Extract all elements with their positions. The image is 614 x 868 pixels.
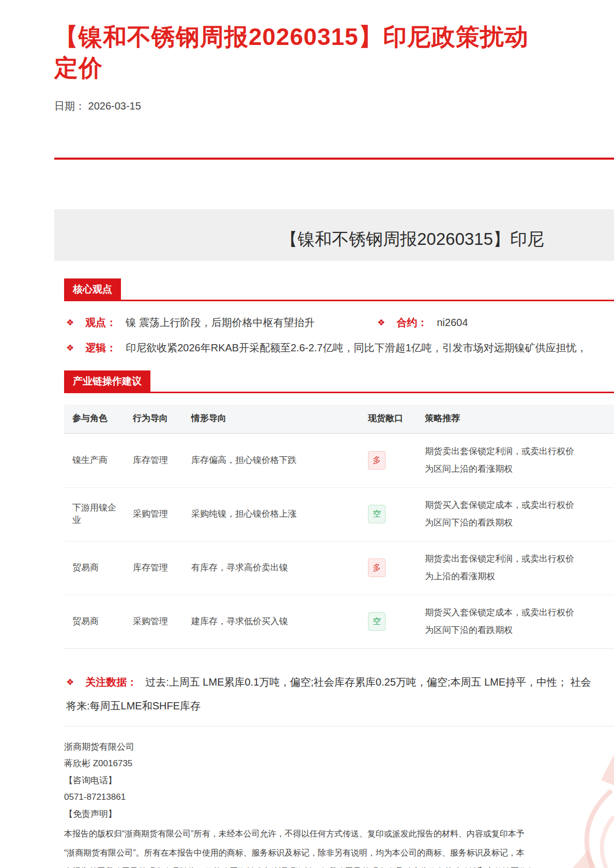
focus-data-line1: ❖ 关注数据： 过去:上周五 LME累库0.1万吨，偏空;社会库存累库0.25万… (66, 671, 614, 694)
focus-data-label: 关注数据： (85, 671, 137, 694)
viewpoint-text: 镍 震荡上行阶段，后期价格中枢有望抬升 (126, 316, 315, 330)
col-header-situation: 情形导向 (191, 412, 368, 425)
footer-info: 浙商期货有限公司 蒋欣彬 Z0016735 【咨询电话】 0571-872138… (64, 739, 614, 823)
report-banner: 【镍和不锈钢周报20260315】印尼 (54, 209, 614, 261)
phone-label: 【咨询电话】 (64, 772, 614, 789)
disclaimer-line: 本报告的版权归“浙商期货有限公司”所有，未经本公司允许，不得以任何方式传送、复印… (64, 825, 614, 844)
col-header-strategy: 策略推荐 (425, 412, 614, 425)
col-header-exposure: 现货敞口 (368, 412, 425, 425)
cell-behavior: 库存管理 (133, 562, 191, 574)
report-page: 【镍和不锈钢周报20260315】印尼政策扰动 定价 日期： 2026-03-1… (0, 22, 614, 868)
cell-strategy: 期货买入套保锁定成本，或卖出行权价 为区间下沿的看跌期权 (425, 604, 614, 639)
focus-data-line2: 将来:每周五LME和SHFE库存 (66, 694, 614, 718)
cell-situation: 库存偏高，担心镍价格下跌 (191, 454, 368, 467)
strategy-line2: 为区间下沿的看跌期权 (425, 514, 605, 532)
diamond-bullet-icon: ❖ (66, 343, 74, 353)
disclaimer-line: 本报告基于我公司及其研究人员认为可信的公开资料或实地调研资料，但我公司及其研究人… (64, 862, 614, 868)
disclaimer-label: 【免责声明】 (64, 806, 614, 823)
disclaimer-text: 本报告的版权归“浙商期货有限公司”所有，未经本公司允许，不得以任何方式传送、复印… (64, 825, 614, 868)
table-row: 贸易商 库存管理 有库存，寻求高价卖出镍 多 期货卖出套保锁定利润，或卖出行权价… (64, 541, 614, 595)
diamond-bullet-icon: ❖ (377, 317, 385, 328)
section-head-core-view: 核心观点 (64, 278, 614, 301)
table-row: 下游用镍企业 采购管理 采购纯镍，担心镍价格上涨 空 期货买入套保锁定成本，或卖… (64, 487, 614, 541)
footer-divider (64, 726, 614, 726)
page-title-line1: 【镍和不锈钢周报20260315】印尼政策扰动 (54, 22, 614, 53)
cell-situation: 建库存，寻求低价买入镍 (191, 615, 368, 628)
report-date: 日期： 2026-03-15 (54, 99, 614, 113)
cell-behavior: 库存管理 (133, 454, 191, 467)
cell-strategy: 期货买入套保锁定成本，或卖出行权价 为区间下沿的看跌期权 (425, 497, 614, 532)
logic-label: 逻辑： (85, 341, 116, 355)
disclaimer-line: “浙商期货有限公司”。所有在本报告中使用的商标、服务标识及标记，除非另有说明，均… (64, 844, 614, 863)
diamond-bullet-icon: ❖ (66, 671, 74, 694)
col-header-role: 参与角色 (72, 412, 133, 425)
strategy-line1: 期货买入套保锁定成本，或卖出行权价 (425, 497, 605, 514)
contract-value: ni2604 (437, 317, 468, 329)
diamond-bullet-icon: ❖ (66, 317, 74, 328)
phone-number: 0571-87213861 (64, 789, 614, 806)
exposure-badge-short: 空 (368, 505, 386, 523)
logic-row: ❖ 逻辑： 印尼欲收紧2026年RKAB开采配额至2.6-2.7亿吨，同比下滑超… (66, 341, 614, 355)
company-name: 浙商期货有限公司 (64, 739, 614, 756)
col-header-behavior: 行为导向 (133, 412, 191, 425)
viewpoint-row: ❖ 观点： 镍 震荡上行阶段，后期价格中枢有望抬升 ❖ 合约： ni2604 (66, 316, 614, 330)
cell-strategy: 期货卖出套保锁定利润，或卖出行权价 为区间上沿的看涨期权 (425, 443, 614, 478)
contract-col: ❖ 合约： ni2604 (377, 316, 468, 330)
cell-behavior: 采购管理 (133, 615, 191, 628)
strategy-line1: 期货卖出套保锁定利润，或卖出行权价 (425, 443, 605, 460)
core-view-label: 核心观点 (64, 278, 121, 300)
table-row: 镍生产商 库存管理 库存偏高，担心镍价格下跌 多 期货卖出套保锁定利润，或卖出行… (64, 433, 614, 487)
cell-strategy: 期货卖出套保锁定利润，或卖出行权价 为上沿的看涨期权 (425, 550, 614, 585)
cell-role: 贸易商 (72, 562, 133, 574)
strategy-line1: 期货卖出套保锁定利润，或卖出行权价 (425, 550, 605, 568)
cell-role: 下游用镍企业 (72, 502, 133, 526)
advice-table: 参与角色 行为导向 情形导向 现货敞口 策略推荐 镍生产商 库存管理 库存偏高，… (64, 405, 614, 649)
advice-label: 产业链操作建议 (64, 370, 150, 392)
contract-label: 合约： (396, 316, 427, 330)
cell-situation: 采购纯镍，担心镍价格上涨 (191, 508, 368, 520)
strategy-line2: 为上沿的看涨期权 (425, 568, 605, 585)
analyst-name: 蒋欣彬 Z0016735 (64, 755, 614, 772)
focus-data-text1: 过去:上周五 LME累库0.1万吨，偏空;社会库存累库0.25万吨，偏空;本周五… (145, 671, 591, 694)
cell-role: 镍生产商 (72, 454, 133, 467)
page-title-line2: 定价 (54, 53, 614, 84)
table-header-row: 参与角色 行为导向 情形导向 现货敞口 策略推荐 (64, 405, 614, 433)
cell-behavior: 采购管理 (133, 508, 191, 520)
logic-text: 印尼欲收紧2026年RKAB开采配额至2.6-2.7亿吨，同比下滑超1亿吨，引发… (126, 341, 587, 355)
cell-situation: 有库存，寻求高价卖出镍 (191, 562, 368, 574)
strategy-line2: 为区间下沿的看跌期权 (425, 622, 605, 639)
section-head-advice: 产业链操作建议 (64, 370, 614, 393)
focus-data-block: ❖ 关注数据： 过去:上周五 LME累库0.1万吨，偏空;社会库存累库0.25万… (66, 671, 614, 718)
banner-title: 【镍和不锈钢周报20260315】印尼 (281, 228, 544, 251)
divider-rule (54, 158, 614, 160)
viewpoint-col: ❖ 观点： 镍 震荡上行阶段，后期价格中枢有望抬升 (66, 316, 377, 330)
strategy-line1: 期货买入套保锁定成本，或卖出行权价 (425, 604, 605, 622)
exposure-badge-long: 多 (368, 451, 386, 470)
exposure-badge-short: 空 (368, 612, 386, 631)
strategy-line2: 为区间上沿的看涨期权 (425, 460, 605, 478)
table-row: 贸易商 采购管理 建库存，寻求低价买入镍 空 期货买入套保锁定成本，或卖出行权价… (64, 595, 614, 648)
viewpoint-label: 观点： (85, 316, 116, 330)
page-title: 【镍和不锈钢周报20260315】印尼政策扰动 定价 (54, 22, 614, 84)
exposure-badge-long: 多 (368, 559, 386, 577)
cell-role: 贸易商 (72, 615, 133, 628)
